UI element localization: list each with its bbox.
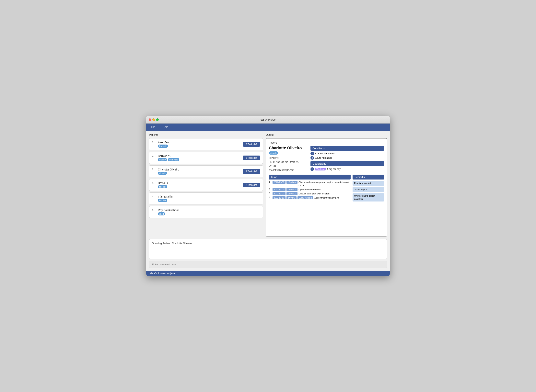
medication-item: 1Warfarin4 mg per day xyxy=(311,167,384,171)
condition-item: 2Acute migraines xyxy=(311,156,384,160)
patient-list: 1.Alex Yeohlow risk2 Tasks left2.Bernice… xyxy=(149,138,263,218)
title-bar: ⌨ UniNurse xyxy=(146,116,390,124)
patient-info: David Lifall risk xyxy=(158,182,168,188)
task-desc: Appointment with Dr Lim xyxy=(314,196,351,199)
filepath-bar: ./data/uninursebook.json xyxy=(146,271,390,276)
task-date: 2022-11-07 xyxy=(273,181,286,184)
task-date: 2022-11-07 xyxy=(273,192,286,195)
output-box: Patient: Charlotte Oliveiro elderly 9321… xyxy=(266,138,387,236)
remark-item: First time warfarin xyxy=(353,181,384,186)
patient-number: 5. xyxy=(152,195,156,198)
patient-name: Charlotte Oliveiro xyxy=(269,146,308,150)
patient-card[interactable]: 6.Roy Balakrishnanchild xyxy=(149,206,263,218)
task-num: 4 xyxy=(269,196,272,199)
condition-text: Acute migraines xyxy=(315,157,332,159)
patient-name: Roy Balakrishnan xyxy=(158,209,180,212)
traffic-lights xyxy=(149,118,159,121)
warfarin-badge: Warfarin xyxy=(315,168,325,170)
patient-card[interactable]: 5.Irfan Ibrahimfall risk xyxy=(149,192,263,205)
tag-immobile: immobile xyxy=(168,158,179,161)
status-box: Showing Patient: Charlotte Oliveiro xyxy=(149,239,387,259)
tag-low-risk: low risk xyxy=(158,145,168,148)
patient-email: charlotte@example.com xyxy=(269,168,308,172)
minimize-button[interactable] xyxy=(152,118,155,121)
patient-number: 2. xyxy=(152,154,156,157)
task-time: 12:00 AM xyxy=(287,188,297,191)
command-input[interactable] xyxy=(149,261,387,268)
maximize-button[interactable] xyxy=(156,118,159,121)
task-row: 42022-11-102:00 PMEvery 3 weeksAppointme… xyxy=(269,196,351,199)
patient-tags: fall risk xyxy=(158,185,168,188)
patient-name: Alex Yeoh xyxy=(158,141,170,144)
patient-label: Patient: xyxy=(269,141,384,144)
remark-item: Only listens to eldest daughter xyxy=(353,193,384,201)
tag-elderly: elderly xyxy=(158,158,167,161)
bottom-section: Showing Patient: Charlotte Oliveiro xyxy=(146,239,390,271)
patient-number: 4. xyxy=(152,182,156,184)
patient-card[interactable]: 1.Alex Yeohlow risk2 Tasks left xyxy=(149,138,263,150)
tasks-remarks-grid: Tasks 12022-11-0712:00 AMCheck warfarin … xyxy=(269,175,384,203)
menu-help[interactable]: Help xyxy=(161,125,170,129)
patient-card[interactable]: 2.Bernice Yuelderlyimmobile3 Tasks left xyxy=(149,152,263,164)
remarks-header: Remarks xyxy=(353,175,384,179)
patient-detail-left: Charlotte Oliveiro elderly 93210283 Blk … xyxy=(269,146,308,172)
patient-info: Bernice Yuelderlyimmobile xyxy=(158,154,179,161)
patient-card[interactable]: 4.David Lifall risk2 Tasks left xyxy=(149,179,263,191)
task-time: 12:00 AM xyxy=(287,192,297,195)
tasks-badge: 3 Tasks left xyxy=(243,156,260,160)
medication-text: 4 mg per day xyxy=(327,168,340,170)
patient-card[interactable]: 3.Charlotte Oliveiroelderly4 Tasks left xyxy=(149,165,263,177)
patients-panel: Patients 1.Alex Yeohlow risk2 Tasks left… xyxy=(149,133,263,236)
tag-elderly: elderly xyxy=(158,172,167,175)
patient-info: Irfan Ibrahimfall risk xyxy=(158,195,173,202)
output-header: Output xyxy=(266,133,387,136)
task-row: 32022-11-0712:00 AMDiscuss care plan wit… xyxy=(269,192,351,195)
patient-card-left: 1.Alex Yeohlow risk xyxy=(152,141,170,148)
patient-tag: elderly xyxy=(269,151,278,154)
task-time: 2:00 PM xyxy=(287,196,297,199)
tasks-header: Tasks xyxy=(269,175,351,179)
patient-card-left: 6.Roy Balakrishnanchild xyxy=(152,209,180,215)
menu-file[interactable]: File xyxy=(149,125,157,129)
patient-tags: elderlyimmobile xyxy=(158,158,179,161)
task-desc: Update health records xyxy=(298,188,351,191)
patient-number: 1. xyxy=(152,141,156,144)
patient-card-left: 5.Irfan Ibrahimfall risk xyxy=(152,195,173,202)
patient-info: 93210283 Blk 11 Ang Mo Kio Street 74,#11… xyxy=(269,156,308,172)
conditions-list: 1Chronic Arrhythmia2Acute migraines xyxy=(311,152,384,160)
patient-card-left: 3.Charlotte Oliveiroelderly xyxy=(152,168,179,175)
main-content: Patients 1.Alex Yeohlow risk2 Tasks left… xyxy=(146,131,390,239)
remarks-list: First time warfarinTakes aspirinOnly lis… xyxy=(353,181,384,201)
patient-number: 3. xyxy=(152,168,156,171)
conditions-header: Conditions xyxy=(311,146,384,151)
patient-card-left: 2.Bernice Yuelderlyimmobile xyxy=(152,154,179,161)
tasks-badge: 2 Tasks left xyxy=(243,142,260,147)
medication-num: 1 xyxy=(311,167,314,171)
task-date: 2022-11-07 xyxy=(273,188,286,191)
patient-info: Roy Balakrishnanchild xyxy=(158,209,180,215)
patient-number: 6. xyxy=(152,209,156,211)
task-desc: Discuss care plan with children xyxy=(298,192,351,195)
patient-detail-grid: Charlotte Oliveiro elderly 93210283 Blk … xyxy=(269,146,384,172)
tag-fall-risk: fall risk xyxy=(158,185,167,188)
patient-name: Irfan Ibrahim xyxy=(158,195,173,198)
patient-info: Alex Yeohlow risk xyxy=(158,141,170,148)
patient-address: Blk 11 Ang Mo Kio Street 74,#11-04 xyxy=(269,160,308,168)
tasks-section: Tasks 12022-11-0712:00 AMCheck warfarin … xyxy=(269,175,351,203)
task-num: 3 xyxy=(269,192,272,194)
window-title: ⌨ UniNurse xyxy=(261,118,276,121)
patient-info: Charlotte Oliveiroelderly xyxy=(158,168,179,175)
status-text: Showing Patient: Charlotte Oliveiro xyxy=(152,242,192,245)
medications-list: 1Warfarin4 mg per day xyxy=(311,167,384,171)
task-time: 12:00 AM xyxy=(287,181,297,184)
remark-item: Takes aspirin xyxy=(353,187,384,192)
tasks-list: 12022-11-0712:00 AMCheck warfarin dosage… xyxy=(269,181,351,199)
patient-tags: fall risk xyxy=(158,199,173,202)
patient-name: David Li xyxy=(158,182,168,185)
output-panel: Output Patient: Charlotte Oliveiro elder… xyxy=(266,133,387,236)
app-window: ⌨ UniNurse File Help Patients 1.Alex Yeo… xyxy=(146,116,390,276)
tag-fall-risk: fall risk xyxy=(158,199,167,202)
close-button[interactable] xyxy=(149,118,151,121)
patient-detail-right: Conditions 1Chronic Arrhythmia2Acute mig… xyxy=(311,146,384,172)
task-num: 1 xyxy=(269,181,272,183)
